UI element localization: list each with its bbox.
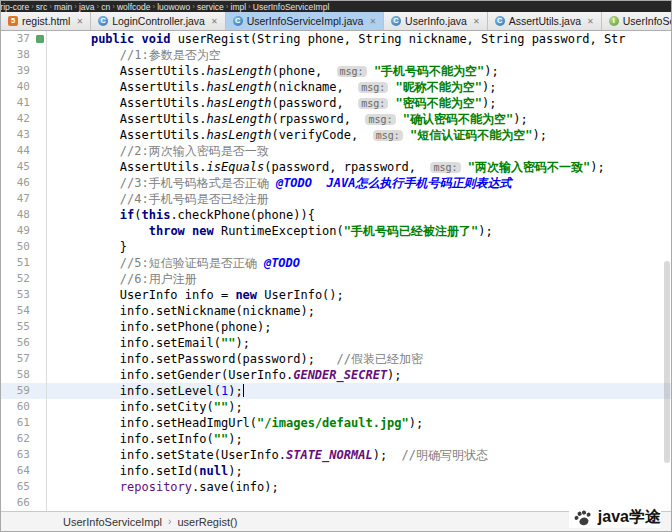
gutter[interactable]: 58 (1, 367, 47, 383)
nav-breadcrumb-item[interactable]: impl (231, 2, 247, 12)
code-line[interactable]: 56 info.setEmail(""); (1, 335, 671, 351)
code-text[interactable]: info.setLevel(1); (47, 383, 671, 399)
editor-tab[interactable]: CUserInfoServiceImpl.java✕ (226, 12, 384, 30)
editor-tab[interactable]: CUserInfo.java✕ (384, 12, 488, 30)
line-number[interactable]: 54 (17, 303, 33, 319)
code-text[interactable]: //5:短信验证码是否正确 @TODO (47, 255, 671, 271)
editor-tab[interactable]: CAssertUtils.java✕ (488, 12, 602, 30)
code-text[interactable]: repository.save(info); (47, 479, 671, 495)
line-number[interactable]: 47 (17, 191, 33, 207)
line-number[interactable]: 60 (17, 399, 33, 415)
gutter[interactable]: 63 (1, 447, 47, 463)
line-number[interactable]: 62 (17, 431, 33, 447)
code-text[interactable]: AssertUtils.hasLength(phone, msg: "手机号码不… (47, 63, 671, 79)
line-number[interactable]: 61 (17, 415, 33, 431)
code-line[interactable]: 52 //6:用户注册 (1, 271, 671, 287)
close-icon[interactable]: ✕ (369, 17, 376, 26)
code-line[interactable]: 44 //2:两次输入密码是否一致 (1, 143, 671, 159)
code-line[interactable]: 47 //4:手机号码是否已经注册 (1, 191, 671, 207)
line-number[interactable]: 40 (17, 79, 33, 95)
gutter[interactable]: 46 (1, 175, 47, 191)
line-number[interactable]: 51 (17, 255, 33, 271)
gutter[interactable]: 50 (1, 239, 47, 255)
code-text[interactable]: info.setCity(""); (47, 399, 671, 415)
line-number[interactable]: 46 (17, 175, 33, 191)
editor-tab[interactable]: IUserInfoService.java✕ (602, 12, 671, 30)
code-text[interactable]: AssertUtils.hasLength(password, msg: "密码… (47, 95, 671, 111)
code-line[interactable]: 57 info.setPassword(password); //假装已经加密 (1, 351, 671, 367)
breadcrumb-class[interactable]: UserInfoServiceImpl (63, 516, 162, 528)
nav-breadcrumb-item[interactable]: cn (101, 2, 110, 12)
gutter[interactable]: 48 (1, 207, 47, 223)
code-text[interactable]: public void userRegist(String phone, Str… (47, 31, 671, 47)
code-line[interactable]: 39 AssertUtils.hasLength(phone, msg: "手机… (1, 63, 671, 79)
code-text[interactable]: info.setPassword(password); //假装已经加密 (47, 351, 671, 367)
line-number[interactable]: 43 (17, 127, 33, 143)
code-line[interactable]: 62 info.setInfo(""); (1, 431, 671, 447)
line-number[interactable]: 57 (17, 351, 33, 367)
code-text[interactable]: AssertUtils.hasLength(verifyCode, msg: "… (47, 127, 671, 143)
line-number[interactable]: 58 (17, 367, 33, 383)
code-text[interactable]: throw new RuntimeException("手机号码已经被注册了")… (47, 223, 671, 239)
code-line[interactable]: 43 AssertUtils.hasLength(verifyCode, msg… (1, 127, 671, 143)
editor-tab[interactable]: CLoginController.java✕ (91, 12, 226, 30)
line-number[interactable]: 65 (17, 479, 33, 495)
code-line[interactable]: 59 info.setLevel(1); (1, 383, 671, 399)
code-text[interactable]: AssertUtils.hasLength(rpassword, msg: "确… (47, 111, 671, 127)
line-number[interactable]: 53 (17, 287, 33, 303)
nav-breadcrumb-item[interactable]: src (36, 2, 47, 12)
code-text[interactable]: if(this.checkPhone(phone)){ (47, 207, 671, 223)
code-text[interactable]: info.setGender(UserInfo.GENDER_SECRET); (47, 367, 671, 383)
line-number[interactable]: 63 (17, 447, 33, 463)
gutter[interactable]: 59 (1, 383, 47, 399)
breadcrumb-method[interactable]: userRegist() (177, 516, 237, 528)
code-text[interactable]: //1:参数是否为空 (47, 47, 671, 63)
code-line[interactable]: 55 info.setPhone(phone); (1, 319, 671, 335)
gutter[interactable]: 53 (1, 287, 47, 303)
code-text[interactable]: AssertUtils.isEquals(password, rpassword… (47, 159, 671, 175)
gutter[interactable]: 61 (1, 415, 47, 431)
gutter[interactable]: 56 (1, 335, 47, 351)
code-line[interactable]: 61 info.setHeadImgUrl("/images/default.j… (1, 415, 671, 431)
code-line[interactable]: 46 //3:手机号码格式是否正确 @TODO JAVA怎么执行手机号码正则表达… (1, 175, 671, 191)
line-number[interactable]: 49 (17, 223, 33, 239)
vertical-scrollbar[interactable] (662, 31, 671, 511)
gutter[interactable]: 60 (1, 399, 47, 415)
line-number[interactable]: 52 (17, 271, 33, 287)
close-icon[interactable]: ✕ (211, 17, 218, 26)
line-number[interactable]: 55 (17, 319, 33, 335)
code-text[interactable]: info.setHeadImgUrl("/images/default.jpg"… (47, 415, 671, 431)
code-text[interactable]: //6:用户注册 (47, 271, 671, 287)
gutter[interactable]: 38 (1, 47, 47, 63)
code-line[interactable]: 40 AssertUtils.hasLength(nickname, msg: … (1, 79, 671, 95)
code-text[interactable]: info.setNickname(nickname); (47, 303, 671, 319)
code-text[interactable]: //2:两次输入密码是否一致 (47, 143, 671, 159)
gutter[interactable]: 57 (1, 351, 47, 367)
close-icon[interactable]: ✕ (587, 17, 594, 26)
code-text[interactable]: AssertUtils.hasLength(nickname, msg: "昵称… (47, 79, 671, 95)
code-text[interactable]: UserInfo info = new UserInfo(); (47, 287, 671, 303)
code-text[interactable]: info.setEmail(""); (47, 335, 671, 351)
gutter[interactable]: 44 (1, 143, 47, 159)
gutter[interactable]: 40 (1, 79, 47, 95)
nav-breadcrumb-item[interactable]: service (197, 2, 224, 12)
code-text[interactable]: info.setInfo(""); (47, 431, 671, 447)
code-line[interactable]: 64 info.setId(null); (1, 463, 671, 479)
code-text[interactable]: info.setId(null); (47, 463, 671, 479)
code-line[interactable]: 51 //5:短信验证码是否正确 @TODO (1, 255, 671, 271)
code-line[interactable]: 50 } (1, 239, 671, 255)
gutter[interactable]: 62 (1, 431, 47, 447)
line-number[interactable]: 41 (17, 95, 33, 111)
code-line[interactable]: 60 info.setCity(""); (1, 399, 671, 415)
code-line[interactable]: 45 AssertUtils.isEquals(password, rpassw… (1, 159, 671, 175)
gutter[interactable]: 66 (1, 495, 47, 511)
nav-breadcrumb-item[interactable]: UserInfoServiceImpl (253, 2, 330, 12)
nav-breadcrumb-item[interactable]: luowowo (157, 2, 190, 12)
line-number[interactable]: 56 (17, 335, 33, 351)
line-number[interactable]: 45 (17, 159, 33, 175)
gutter[interactable]: 55 (1, 319, 47, 335)
code-line[interactable]: 48 if(this.checkPhone(phone)){ (1, 207, 671, 223)
gutter[interactable]: 39 (1, 63, 47, 79)
line-number[interactable]: 48 (17, 207, 33, 223)
code-text[interactable]: } (47, 239, 671, 255)
